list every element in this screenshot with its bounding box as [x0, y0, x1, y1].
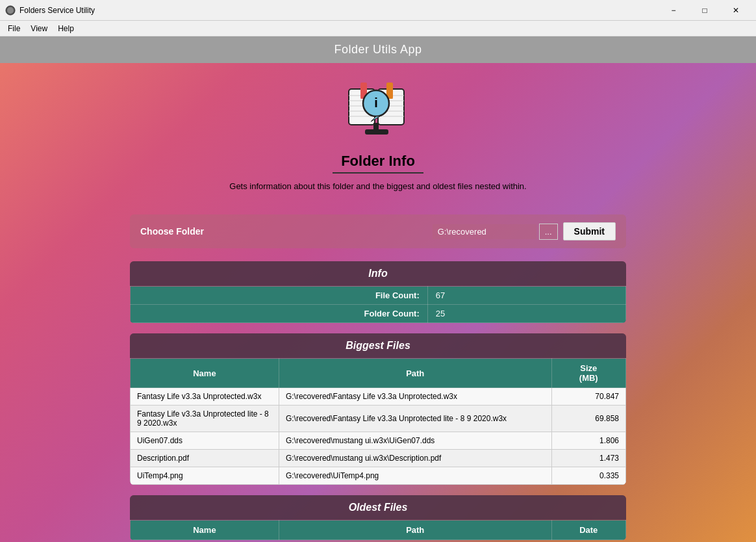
main-content: i Folder Info Gets information about thi…: [0, 63, 756, 542]
folder-count-label: Folder Count:: [131, 305, 428, 323]
list-item: Fantasy Life v3.3a Unprotected lite - 8 …: [131, 406, 279, 432]
biggest-col-size: Size(MB): [551, 359, 625, 388]
list-item: 0.335: [551, 467, 625, 485]
info-file-count-row: File Count: 67: [131, 287, 626, 305]
info-section: Info File Count: 67 Folder Count: 25: [130, 261, 626, 323]
folder-count-value: 25: [427, 305, 625, 323]
app-description: Gets information about this folder and t…: [229, 181, 526, 191]
info-section-title: Info: [368, 268, 387, 279]
oldest-files-table: Name Path Date: [130, 520, 626, 540]
list-item: G:\recovered\UiTemp4.png: [279, 467, 551, 485]
title-underline: [333, 172, 423, 174]
oldest-col-date: Date: [551, 521, 625, 540]
app-header-title: Folder Utils App: [334, 43, 422, 56]
list-item: G:\recovered\mustang ui.w3x\UiGen07.dds: [279, 432, 551, 450]
biggest-col-name: Name: [131, 359, 279, 388]
table-row: Fantasy Life v3.3a Unprotected.w3x G:\re…: [131, 388, 626, 406]
maximize-button[interactable]: □: [690, 0, 720, 21]
svg-point-1: [7, 7, 14, 14]
biggest-files-title: Biggest Files: [346, 340, 410, 351]
title-bar-left: Folders Service Utility: [5, 5, 95, 16]
table-row: UiTemp4.png G:\recovered\UiTemp4.png 0.3…: [131, 467, 626, 485]
table-row: Description.pdf G:\recovered\mustang ui.…: [131, 450, 626, 467]
svg-text:i: i: [374, 96, 378, 110]
list-item: 69.858: [551, 406, 625, 432]
file-count-value: 67: [427, 287, 625, 305]
title-bar: Folders Service Utility − □ ✕: [0, 0, 756, 21]
oldest-files-titlebar: Oldest Files: [130, 495, 626, 520]
table-row: Fantasy Life v3.3a Unprotected lite - 8 …: [131, 406, 626, 432]
app-icon-section: i Folder Info Gets information about thi…: [130, 76, 626, 204]
info-table: File Count: 67 Folder Count: 25: [130, 286, 626, 323]
menu-view[interactable]: View: [25, 21, 53, 36]
menu-file[interactable]: File: [3, 21, 25, 36]
biggest-files-header-row: Name Path Size(MB): [131, 359, 626, 388]
app-titlebar-icon: [5, 5, 16, 16]
folder-info-title: Folder Info: [341, 153, 415, 170]
choose-folder-label: Choose Folder: [140, 226, 433, 237]
list-item: UiTemp4.png: [131, 467, 279, 485]
choose-folder-box: Choose Folder ... Submit: [130, 214, 626, 248]
folder-path-input[interactable]: [433, 224, 536, 239]
menu-help[interactable]: Help: [53, 21, 79, 36]
list-item: 70.847: [551, 388, 625, 406]
biggest-files-titlebar: Biggest Files: [130, 333, 626, 358]
list-item: 1.806: [551, 432, 625, 450]
oldest-col-name: Name: [131, 521, 279, 540]
list-item: G:\recovered\Fantasy Life v3.3a Unprotec…: [279, 406, 551, 432]
biggest-files-section: Biggest Files Name Path Size(MB) Fantasy…: [130, 333, 626, 485]
list-item: G:\recovered\Fantasy Life v3.3a Unprotec…: [279, 388, 551, 406]
svg-rect-22: [365, 129, 388, 135]
menu-bar: File View Help: [0, 21, 756, 36]
info-section-titlebar: Info: [130, 261, 626, 286]
list-item: 1.473: [551, 450, 625, 467]
table-row: UiGen07.dds G:\recovered\mustang ui.w3x\…: [131, 432, 626, 450]
oldest-files-section: Oldest Files Name Path Date: [130, 495, 626, 540]
oldest-files-title: Oldest Files: [349, 502, 408, 513]
list-item: UiGen07.dds: [131, 432, 279, 450]
submit-button[interactable]: Submit: [563, 222, 616, 240]
oldest-col-path: Path: [279, 521, 551, 540]
file-count-label: File Count:: [131, 287, 428, 305]
app-header: Folder Utils App: [0, 36, 756, 63]
titlebar-controls: − □ ✕: [659, 0, 751, 21]
titlebar-title: Folders Service Utility: [19, 6, 95, 15]
biggest-col-path: Path: [279, 359, 551, 388]
folder-info-icon: i: [342, 76, 414, 148]
browse-button[interactable]: ...: [539, 224, 558, 240]
list-item: G:\recovered\mustang ui.w3x\Description.…: [279, 450, 551, 467]
info-folder-count-row: Folder Count: 25: [131, 305, 626, 323]
minimize-button[interactable]: −: [659, 0, 688, 21]
list-item: Fantasy Life v3.3a Unprotected.w3x: [131, 388, 279, 406]
close-button[interactable]: ✕: [721, 0, 751, 21]
list-item: Description.pdf: [131, 450, 279, 467]
biggest-files-table: Name Path Size(MB) Fantasy Life v3.3a Un…: [130, 358, 626, 485]
oldest-files-header-row: Name Path Date: [131, 521, 626, 540]
